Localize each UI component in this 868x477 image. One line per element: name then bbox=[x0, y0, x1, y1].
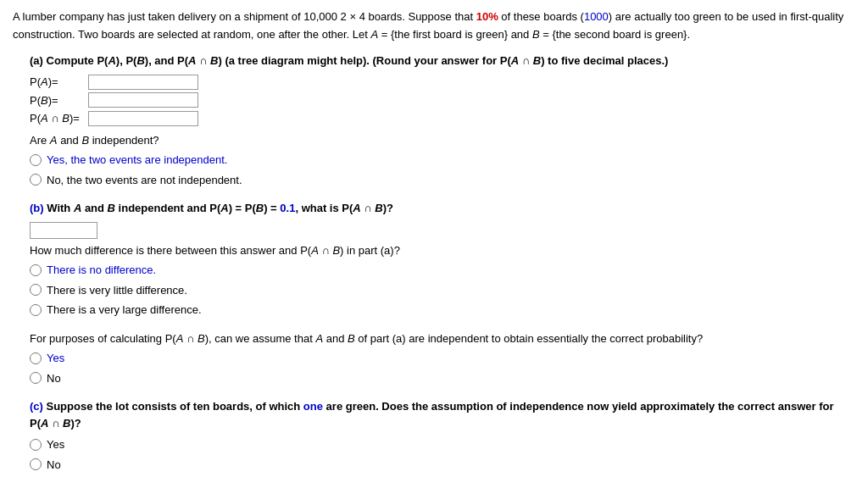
pb-input[interactable] bbox=[88, 92, 198, 108]
independence-calc-radio-group: Yes No bbox=[30, 350, 855, 386]
diff-no-item: There is no difference. bbox=[30, 262, 855, 279]
panb-input[interactable] bbox=[88, 111, 198, 126]
part-c-yes-radio[interactable] bbox=[30, 439, 42, 451]
independence-yes-item: Yes, the two events are independent. bbox=[30, 152, 855, 169]
part-b-answer-input[interactable] bbox=[30, 222, 97, 239]
independence-radio-group: Yes, the two events are independent. No,… bbox=[30, 152, 855, 188]
part-a-header: (a) Compute P(A), P(B), and P(A ∩ B) (a … bbox=[13, 53, 855, 69]
pa-label: P(A)= bbox=[30, 74, 85, 91]
calc-no-radio[interactable] bbox=[30, 372, 42, 384]
part-c-label: (c) bbox=[30, 400, 43, 413]
part-b-block: (b) With A and B independent and P(A) = … bbox=[13, 200, 855, 319]
part-c-no-item: No bbox=[30, 457, 855, 474]
part-c-no-radio[interactable] bbox=[30, 458, 42, 470]
diff-large-radio[interactable] bbox=[30, 304, 42, 316]
pb-label: P(B)= bbox=[30, 92, 85, 109]
diff-little-item: There is very little difference. bbox=[30, 282, 855, 299]
difference-radio-group: There is no difference. There is very li… bbox=[30, 262, 855, 319]
calc-yes-item: Yes bbox=[30, 350, 855, 367]
calc-no-item: No bbox=[30, 370, 855, 387]
part-c-header: (c) Suppose the lot consists of ten boar… bbox=[13, 398, 855, 431]
diff-no-radio[interactable] bbox=[30, 264, 42, 276]
pb-row: P(B)= bbox=[30, 92, 855, 109]
part-c-yes-label: Yes bbox=[47, 436, 64, 453]
probability-inputs: P(A)= P(B)= P(A ∩ B)= bbox=[30, 74, 855, 127]
part-b-label: (b) bbox=[30, 202, 44, 214]
independence-yes-label: Yes, the two events are independent. bbox=[47, 152, 227, 169]
diff-no-label: There is no difference. bbox=[47, 262, 156, 279]
intro-paragraph: A lumber company has just taken delivery… bbox=[13, 8, 855, 44]
independence-no-radio[interactable] bbox=[30, 174, 42, 186]
calc-yes-label: Yes bbox=[47, 350, 64, 367]
difference-question-text: How much difference is there between thi… bbox=[13, 242, 855, 259]
part-c-radio-group: Yes No bbox=[30, 436, 855, 473]
count-highlight: 1000 bbox=[584, 10, 609, 23]
percent-highlight: 10% bbox=[476, 10, 498, 23]
part-b-input-wrapper bbox=[13, 222, 855, 239]
independence-calc-question: For purposes of calculating P(A ∩ B), ca… bbox=[13, 330, 855, 347]
part-c-no-label: No bbox=[47, 457, 61, 474]
pa-input[interactable] bbox=[88, 75, 198, 90]
part-b-header: (b) With A and B independent and P(A) = … bbox=[13, 200, 855, 217]
diff-large-label: There is a very large difference. bbox=[47, 302, 202, 319]
independence-yes-radio[interactable] bbox=[30, 154, 42, 166]
diff-large-item: There is a very large difference. bbox=[30, 302, 855, 319]
independence-no-label: No, the two events are not independent. bbox=[47, 172, 242, 189]
part-b-value: 0.1 bbox=[280, 202, 295, 214]
independence-calc-block: For purposes of calculating P(A ∩ B), ca… bbox=[13, 330, 855, 387]
independence-question-text: Are A and B independent? bbox=[13, 132, 855, 149]
one-highlight: one bbox=[303, 400, 323, 413]
pa-row: P(A)= bbox=[30, 74, 855, 91]
calc-yes-radio[interactable] bbox=[30, 352, 42, 364]
diff-little-label: There is very little difference. bbox=[47, 282, 187, 299]
calc-no-label: No bbox=[47, 370, 61, 387]
panb-row: P(A ∩ B)= bbox=[30, 110, 855, 127]
part-c-block: (c) Suppose the lot consists of ten boar… bbox=[13, 398, 855, 477]
independence-no-item: No, the two events are not independent. bbox=[30, 172, 855, 189]
boards-word: boards bbox=[369, 10, 403, 23]
part-a-block: (a) Compute P(A), P(B), and P(A ∩ B) (a … bbox=[13, 53, 855, 189]
diff-little-radio[interactable] bbox=[30, 284, 42, 296]
part-c-yes-item: Yes bbox=[30, 436, 855, 453]
panb-label: P(A ∩ B)= bbox=[30, 110, 85, 127]
problem-container: A lumber company has just taken delivery… bbox=[13, 8, 855, 477]
